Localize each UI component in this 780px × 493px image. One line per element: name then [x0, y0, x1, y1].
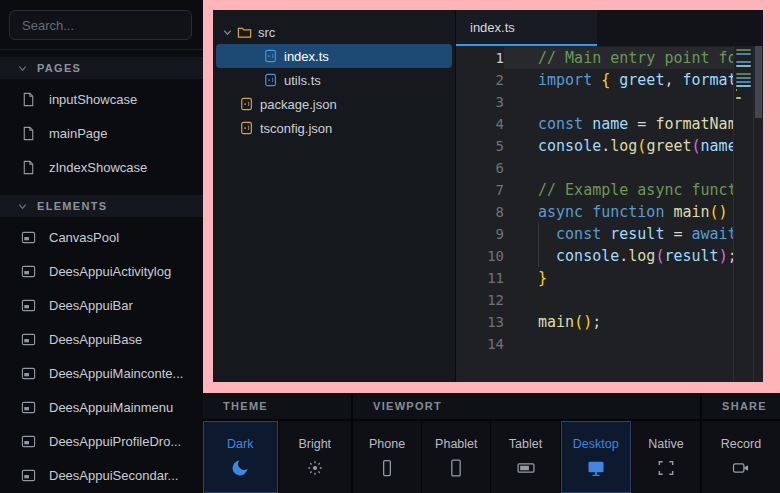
- code-token: [583, 203, 592, 221]
- line-number: 14: [456, 333, 504, 355]
- search-box: [0, 0, 203, 50]
- toolbar-section-title: VIEWPORT: [353, 393, 700, 419]
- file-name: package.json: [260, 97, 337, 112]
- file-tree-item-src[interactable]: src: [216, 20, 452, 44]
- minimap[interactable]: [733, 46, 753, 382]
- tablet-button[interactable]: Tablet: [491, 421, 559, 493]
- chevron-down-icon: [17, 201, 28, 212]
- scrollbar-thumb[interactable]: [755, 46, 762, 118]
- sidebar-item-zindexshowcase[interactable]: zIndexShowcase: [0, 150, 203, 184]
- desktop-icon: [586, 458, 606, 478]
- sidebar-item-mainpage[interactable]: mainPage: [0, 116, 203, 150]
- bright-button[interactable]: Bright: [279, 421, 352, 493]
- button-label: Tablet: [509, 437, 542, 451]
- line-number: 10: [456, 245, 504, 267]
- code-token: [538, 225, 556, 243]
- search-input[interactable]: [9, 10, 192, 40]
- sidebar-item-label: DeesAppuiActivitylog: [49, 264, 171, 279]
- minimap-line: [736, 49, 751, 51]
- code-token: console: [538, 137, 601, 155]
- line-text: [504, 333, 733, 355]
- line-text: [504, 289, 733, 311]
- file-tree-item-tsconfig-json[interactable]: tsconfig.json: [216, 116, 452, 140]
- code-line: 5console.log(greet(name));: [456, 135, 733, 157]
- button-label: Bright: [298, 437, 331, 451]
- record-icon: [731, 458, 751, 478]
- component-icon: [21, 264, 36, 279]
- sidebar-item-canvaspool[interactable]: CanvasPool: [0, 220, 203, 254]
- phablet-button[interactable]: Phablet: [422, 421, 490, 493]
- tab-index-ts[interactable]: index.ts: [456, 10, 597, 46]
- line-text: const name = formatName('world');: [504, 113, 733, 135]
- button-label: Native: [648, 437, 683, 451]
- sidebar-item-inputshowcase[interactable]: inputShowcase: [0, 82, 203, 116]
- sun-icon: [305, 458, 325, 478]
- line-number: 12: [456, 289, 504, 311]
- sidebar-item-deesappuiprofiledro[interactable]: DeesAppuiProfileDro...: [0, 424, 203, 458]
- line-number: 13: [456, 311, 504, 333]
- code-token: =: [628, 115, 655, 133]
- code-line: 14: [456, 333, 733, 355]
- dark-button[interactable]: Dark: [203, 421, 278, 493]
- code-token: const: [538, 115, 583, 133]
- page-icon: [21, 92, 36, 107]
- code-token: .: [619, 247, 628, 265]
- sidebar-item-label: inputShowcase: [49, 92, 137, 107]
- sidebar-item-deesappuiactivitylog[interactable]: DeesAppuiActivitylog: [0, 254, 203, 288]
- line-text: [504, 91, 733, 113]
- line-text: // Main entry point for the app: [504, 47, 733, 69]
- sidebar-item-label: CanvasPool: [49, 230, 119, 245]
- code-token: name: [701, 137, 733, 155]
- file-tree-item-index-ts[interactable]: index.ts: [216, 44, 452, 68]
- code-token: (): [710, 203, 728, 221]
- code-token: async: [538, 203, 583, 221]
- minimap-line: [736, 97, 741, 99]
- minimap-line: [736, 65, 751, 67]
- chevron-down-icon[interactable]: [222, 27, 233, 38]
- native-icon: [656, 458, 676, 478]
- file-tree-item-utils-ts[interactable]: utils.ts: [216, 68, 452, 92]
- code-token: console: [556, 247, 619, 265]
- code-token: main: [538, 313, 574, 331]
- code-line: 6: [456, 157, 733, 179]
- sidebar-item-deesappuimainconte[interactable]: DeesAppuiMainconte...: [0, 356, 203, 390]
- file-name: tsconfig.json: [260, 121, 332, 136]
- bottom-toolbar: THEMEDarkBrightVIEWPORTPhonePhabletTable…: [203, 393, 780, 493]
- section-header-pages[interactable]: PAGES: [0, 57, 203, 79]
- code-area[interactable]: 1// Main entry point for the app2import …: [456, 46, 733, 382]
- code-token: formatName: [655, 115, 733, 133]
- code-line: 3: [456, 91, 733, 113]
- native-button[interactable]: Native: [632, 421, 700, 493]
- sidebar-item-label: DeesAppuiBar: [49, 298, 133, 313]
- code-token: function: [592, 203, 664, 221]
- json-file-icon: [240, 121, 254, 135]
- file-tree: srcindex.tsutils.tspackage.jsontsconfig.…: [213, 10, 455, 382]
- code-token: await: [692, 225, 733, 243]
- component-icon: [21, 400, 36, 415]
- code-line: 7// Example async function: [456, 179, 733, 201]
- line-text: main();: [504, 311, 733, 333]
- code-token: ): [719, 247, 728, 265]
- component-icon: [21, 366, 36, 381]
- story-canvas-frame: srcindex.tsutils.tspackage.jsontsconfig.…: [203, 0, 780, 393]
- code-token: main: [673, 203, 709, 221]
- sidebar-item-deesappuibase[interactable]: DeesAppuiBase: [0, 322, 203, 356]
- editor-tabbar: index.ts: [456, 10, 763, 46]
- phone-button[interactable]: Phone: [353, 421, 421, 493]
- code-token: ;: [728, 247, 733, 265]
- code-line: 2import { greet, formatName } from './ut…: [456, 69, 733, 91]
- sidebar-item-deesappuimainmenu[interactable]: DeesAppuiMainmenu: [0, 390, 203, 424]
- file-tree-item-package-json[interactable]: package.json: [216, 92, 452, 116]
- desktop-button[interactable]: Desktop: [561, 421, 631, 493]
- tablet-icon: [516, 458, 536, 478]
- section-items: CanvasPoolDeesAppuiActivitylogDeesAppuiB…: [0, 217, 203, 493]
- sidebar-item-deesappuisecondar[interactable]: DeesAppuiSecondar...: [0, 458, 203, 492]
- button-label: Phone: [369, 437, 405, 451]
- record-button[interactable]: Record: [702, 421, 780, 493]
- section-header-elements[interactable]: ELEMENTS: [0, 195, 203, 217]
- sidebar-item-deesappuibar[interactable]: DeesAppuiBar: [0, 288, 203, 322]
- chevron-down-icon: [17, 63, 28, 74]
- section-items: inputShowcasemainPagezIndexShowcase: [0, 79, 203, 186]
- code-token: greet: [646, 137, 691, 155]
- editor-scrollbar[interactable]: [753, 46, 763, 382]
